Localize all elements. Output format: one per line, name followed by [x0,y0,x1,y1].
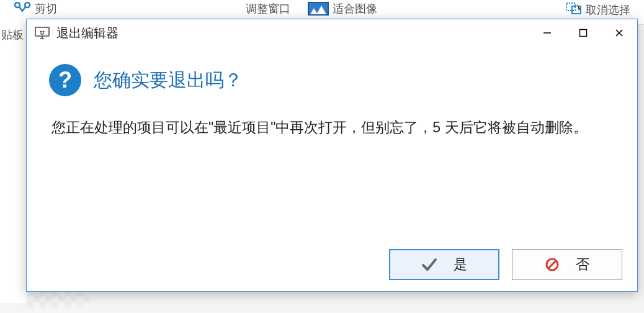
dialog-message: 您正在处理的项目可以在"最近项目"中再次打开，但别忘了，5 天后它将被自动删除。 [49,116,615,140]
ribbon-adjust-window-item[interactable]: 调整窗口 [237,0,299,17]
image-icon [308,2,329,16]
deselect-icon [566,1,582,18]
side-panel-label: 贴板 [1,29,24,41]
svg-rect-2 [566,3,575,11]
exit-editor-dialog: 退出编辑器 ? 您确实要退出吗？ 您正在处理的项目可以在"最近项目"中再次打开，… [26,19,638,292]
ribbon-adjust-window-label: 调整窗口 [246,1,290,16]
ribbon-deselect-item[interactable]: 取消选择 [557,0,639,19]
ribbon-cut-item[interactable]: 剪切 [5,0,66,17]
ribbon-deselect-label: 取消选择 [586,2,630,17]
svg-rect-3 [572,6,581,14]
svg-point-1 [25,2,30,7]
ribbon-fit-image-label: 适合图像 [333,1,377,16]
svg-point-0 [15,2,20,7]
yes-button[interactable]: 是 [389,249,499,280]
no-button[interactable]: 否 [512,249,622,280]
svg-rect-7 [580,30,587,37]
close-button[interactable] [601,19,637,47]
ribbon-fit-image-item[interactable]: 适合图像 [299,0,386,17]
svg-point-6 [43,31,44,32]
background-side-panel: 贴板 [0,24,27,303]
monitor-icon [34,26,50,40]
no-entry-icon [545,257,560,272]
scissors-icon [14,2,31,16]
dialog-titlebar: 退出编辑器 [27,19,637,47]
dialog-body: ? 您确实要退出吗？ 您正在处理的项目可以在"最近项目"中再次打开，但别忘了，5… [27,47,637,242]
question-icon: ? [49,64,81,96]
svg-rect-4 [35,27,49,36]
check-icon [421,256,437,273]
dialog-heading: 您确实要退出吗？ [94,68,243,93]
dialog-title: 退出编辑器 [56,25,529,42]
no-button-label: 否 [576,255,589,274]
svg-point-5 [40,31,42,32]
dialog-footer: 是 否 [27,242,637,291]
maximize-button[interactable] [565,19,601,47]
ribbon-cut-label: 剪切 [35,1,57,16]
minimize-button[interactable] [529,19,565,47]
yes-button-label: 是 [454,255,467,274]
